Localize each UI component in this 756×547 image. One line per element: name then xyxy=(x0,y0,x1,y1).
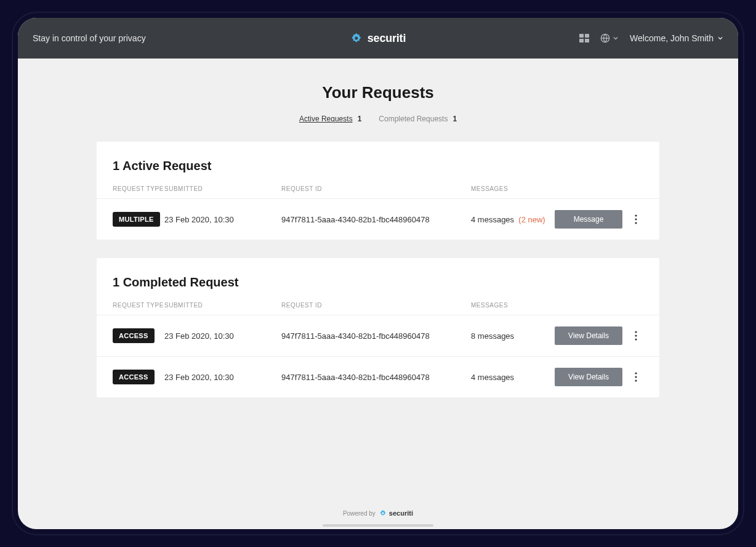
globe-icon xyxy=(600,33,610,43)
card-title: 1 Completed Request xyxy=(97,258,659,302)
page-title: Your Requests xyxy=(18,83,738,102)
dashboard-icon[interactable] xyxy=(579,34,589,43)
column-headers: REQUEST TYPE SUBMITTED REQUEST ID MESSAG… xyxy=(97,185,659,198)
svg-point-15 xyxy=(635,379,637,381)
svg-point-14 xyxy=(635,376,637,378)
view-details-button[interactable]: View Details xyxy=(555,326,622,345)
svg-point-7 xyxy=(635,214,637,216)
tagline: Stay in control of your privacy xyxy=(33,33,146,43)
tabs: Active Requests 1 Completed Requests 1 xyxy=(18,115,738,123)
tab-label: Completed Requests xyxy=(379,115,448,123)
tab-count: 1 xyxy=(358,115,362,123)
table-row: ACCESS 23 Feb 2020, 10:30 947f7811-5aaa-… xyxy=(97,356,659,397)
col-header-submitted: SUBMITTED xyxy=(164,302,281,309)
card-title: 1 Active Request xyxy=(97,142,659,185)
cell-request-id: 947f7811-5aaa-4340-82b1-fbc448960478 xyxy=(281,215,471,224)
user-menu[interactable]: Welcome, John Smith xyxy=(630,33,723,43)
active-requests-card: 1 Active Request REQUEST TYPE SUBMITTED … xyxy=(97,142,659,240)
tab-active-requests[interactable]: Active Requests 1 xyxy=(299,115,361,123)
tab-completed-requests[interactable]: Completed Requests 1 xyxy=(379,115,457,123)
securiti-icon xyxy=(350,32,363,44)
svg-point-0 xyxy=(355,37,358,40)
cell-messages: 4 messages xyxy=(471,373,552,382)
cell-request-id: 947f7811-5aaa-4340-82b1-fbc448960478 xyxy=(281,331,471,341)
cell-messages: 8 messages xyxy=(471,331,552,341)
powered-by-label: Powered by xyxy=(343,510,376,517)
table-row: ACCESS 23 Feb 2020, 10:30 947f7811-5aaa-… xyxy=(97,315,659,356)
completed-requests-card: 1 Completed Request REQUEST TYPE SUBMITT… xyxy=(97,258,659,397)
footer-brand-name: securiti xyxy=(389,509,413,517)
col-header-id: REQUEST ID xyxy=(281,302,471,309)
cell-request-id: 947f7811-5aaa-4340-82b1-fbc448960478 xyxy=(281,373,471,382)
svg-point-9 xyxy=(635,222,637,224)
col-header-messages: MESSAGES xyxy=(471,185,552,192)
welcome-text: Welcome, John Smith xyxy=(630,33,714,43)
footer-brand[interactable]: securiti xyxy=(379,509,413,517)
home-indicator xyxy=(323,524,433,527)
col-header-messages: MESSAGES xyxy=(471,302,552,309)
svg-point-12 xyxy=(635,338,637,340)
footer: Powered by securiti xyxy=(18,509,738,517)
header-bar: Stay in control of your privacy securiti xyxy=(18,18,738,59)
message-button[interactable]: Message xyxy=(555,210,622,229)
svg-point-10 xyxy=(635,331,637,333)
request-type-badge: MULTIPLE xyxy=(113,212,160,227)
svg-rect-3 xyxy=(579,39,584,43)
request-type-badge: ACCESS xyxy=(113,328,155,343)
column-headers: REQUEST TYPE SUBMITTED REQUEST ID MESSAG… xyxy=(97,302,659,315)
brand-logo[interactable]: securiti xyxy=(350,32,406,45)
cell-submitted: 23 Feb 2020, 10:30 xyxy=(164,215,281,224)
new-messages-count: (2 new) xyxy=(518,215,545,224)
more-options-icon[interactable] xyxy=(629,328,643,343)
request-type-badge: ACCESS xyxy=(113,370,155,384)
language-selector[interactable] xyxy=(600,33,619,43)
col-header-type: REQUEST TYPE xyxy=(113,185,164,192)
svg-rect-2 xyxy=(585,34,589,38)
svg-point-16 xyxy=(382,513,384,514)
svg-point-11 xyxy=(635,334,637,336)
svg-rect-1 xyxy=(579,34,584,38)
cell-messages: 4 messages (2 new) xyxy=(471,215,552,224)
svg-rect-4 xyxy=(585,39,589,43)
col-header-submitted: SUBMITTED xyxy=(164,185,281,192)
svg-point-8 xyxy=(635,218,637,220)
col-header-type: REQUEST TYPE xyxy=(113,302,164,309)
col-header-id: REQUEST ID xyxy=(281,185,471,192)
more-options-icon[interactable] xyxy=(629,212,643,227)
svg-point-13 xyxy=(635,372,637,374)
more-options-icon[interactable] xyxy=(629,370,643,384)
chevron-down-icon xyxy=(613,35,619,41)
chevron-down-icon xyxy=(717,35,723,41)
tab-label: Active Requests xyxy=(299,115,353,123)
table-row: MULTIPLE 23 Feb 2020, 10:30 947f7811-5aa… xyxy=(97,198,659,240)
view-details-button[interactable]: View Details xyxy=(555,368,622,386)
brand-name: securiti xyxy=(368,32,406,45)
securiti-icon xyxy=(379,509,387,517)
cell-submitted: 23 Feb 2020, 10:30 xyxy=(164,331,281,341)
cell-submitted: 23 Feb 2020, 10:30 xyxy=(164,373,281,382)
tab-count: 1 xyxy=(452,115,457,123)
